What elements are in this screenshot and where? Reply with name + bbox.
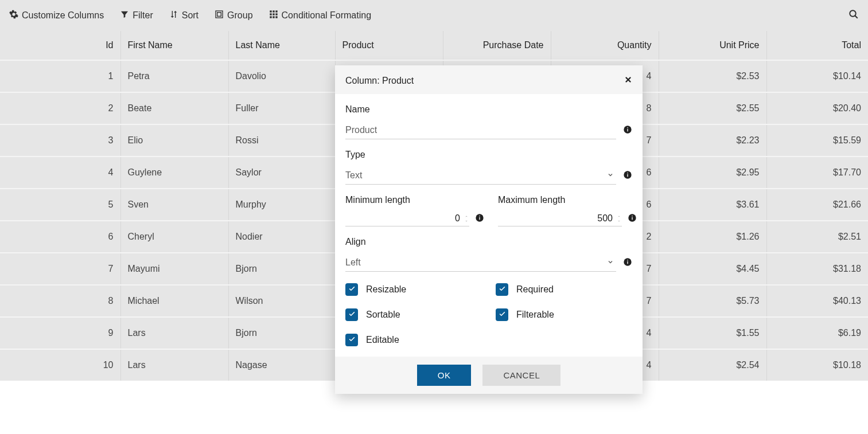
cell-first-name[interactable]: Guylene — [120, 157, 228, 189]
cell-last-name[interactable]: Rossi — [228, 124, 335, 157]
cell-id[interactable]: 8 — [0, 285, 120, 317]
sort-button[interactable]: Sort — [169, 10, 198, 21]
required-checkbox[interactable] — [496, 283, 508, 296]
info-icon[interactable] — [628, 213, 637, 225]
cell-id[interactable]: 9 — [0, 317, 120, 349]
cell-id[interactable]: 10 — [0, 349, 120, 381]
info-icon[interactable] — [623, 125, 632, 136]
sortable-checkbox[interactable] — [345, 308, 358, 321]
cell-unit-price[interactable]: $1.26 — [659, 221, 766, 253]
cell-id[interactable]: 4 — [0, 157, 120, 189]
conditional-formatting-button[interactable]: Conditional Formating — [269, 10, 372, 21]
cell-last-name[interactable]: Fuller — [228, 92, 335, 124]
cell-unit-price[interactable]: $2.53 — [659, 60, 766, 92]
filter-label: Filter — [133, 10, 153, 21]
cell-first-name[interactable]: Sven — [120, 189, 228, 221]
cell-total[interactable]: $17.70 — [766, 157, 868, 189]
cell-last-name[interactable]: Bjorn — [228, 317, 335, 349]
cell-total[interactable]: $21.66 — [766, 189, 868, 221]
customize-columns-label: Customize Columns — [22, 10, 104, 21]
cell-unit-price[interactable]: $2.23 — [659, 124, 766, 157]
cell-last-name[interactable]: Wilson — [228, 285, 335, 317]
cell-last-name[interactable]: Davolio — [228, 60, 335, 92]
cell-id[interactable]: 2 — [0, 92, 120, 124]
ok-button[interactable]: OK — [417, 365, 472, 386]
cell-id[interactable]: 7 — [0, 253, 120, 285]
sort-icon — [169, 10, 178, 21]
cell-total[interactable]: $40.13 — [766, 285, 868, 317]
header-id[interactable]: Id — [0, 31, 120, 60]
header-quantity[interactable]: Quantity — [551, 31, 659, 60]
cell-id[interactable]: 6 — [0, 221, 120, 253]
header-unit-price[interactable]: Unit Price — [659, 31, 766, 60]
cell-id[interactable]: 5 — [0, 189, 120, 221]
header-total[interactable]: Total — [766, 31, 868, 60]
resizable-checkbox[interactable] — [345, 283, 358, 296]
info-icon[interactable] — [623, 170, 632, 182]
cell-total[interactable]: $6.19 — [766, 317, 868, 349]
cell-unit-price[interactable]: $1.55 — [659, 317, 766, 349]
header-product[interactable]: Product — [335, 31, 443, 60]
svg-rect-2 — [270, 10, 271, 12]
sortable-label: Sortable — [366, 310, 400, 320]
gear-icon — [9, 10, 18, 21]
chevron-down-icon — [464, 219, 469, 222]
cell-first-name[interactable]: Lars — [120, 317, 228, 349]
max-length-input[interactable] — [498, 213, 616, 224]
cell-first-name[interactable]: Mayumi — [120, 253, 228, 285]
header-purchase-date[interactable]: Purchase Date — [443, 31, 551, 60]
cell-first-name[interactable]: Cheryl — [120, 221, 228, 253]
cell-id[interactable]: 3 — [0, 124, 120, 157]
cell-total[interactable]: $2.51 — [766, 221, 868, 253]
cell-id[interactable]: 1 — [0, 60, 120, 92]
filterable-checkbox[interactable] — [496, 308, 508, 321]
cell-total[interactable]: $10.14 — [766, 60, 868, 92]
chevron-up-icon — [464, 214, 469, 218]
info-icon[interactable] — [475, 213, 484, 225]
customize-columns-button[interactable]: Customize Columns — [9, 10, 104, 21]
cell-unit-price[interactable]: $2.55 — [659, 92, 766, 124]
cell-unit-price[interactable]: $2.54 — [659, 349, 766, 381]
svg-rect-14 — [627, 128, 628, 131]
cell-last-name[interactable]: Murphy — [228, 189, 335, 221]
header-last-name[interactable]: Last Name — [228, 31, 335, 60]
search-button[interactable] — [848, 9, 859, 22]
cell-total[interactable]: $15.59 — [766, 124, 868, 157]
cell-unit-price[interactable]: $3.61 — [659, 189, 766, 221]
cell-first-name[interactable]: Michael — [120, 285, 228, 317]
filter-button[interactable]: Filter — [120, 10, 153, 21]
max-spinner[interactable] — [616, 214, 622, 222]
cell-unit-price[interactable]: $5.73 — [659, 285, 766, 317]
cell-unit-price[interactable]: $4.45 — [659, 253, 766, 285]
info-icon[interactable] — [623, 257, 632, 269]
name-input[interactable] — [345, 122, 616, 139]
group-button[interactable]: Group — [215, 10, 252, 21]
close-button[interactable] — [624, 76, 632, 86]
cell-last-name[interactable]: Nagase — [228, 349, 335, 381]
svg-rect-18 — [627, 173, 628, 173]
cell-last-name[interactable]: Nodier — [228, 221, 335, 253]
svg-rect-7 — [275, 13, 277, 15]
svg-rect-1 — [217, 13, 221, 17]
header-first-name[interactable]: First Name — [120, 31, 228, 60]
cell-last-name[interactable]: Saylor — [228, 157, 335, 189]
cancel-button[interactable]: CANCEL — [482, 365, 560, 386]
min-length-input[interactable] — [345, 213, 464, 224]
svg-rect-8 — [270, 16, 271, 18]
cell-unit-price[interactable]: $2.95 — [659, 157, 766, 189]
cell-first-name[interactable]: Lars — [120, 349, 228, 381]
cell-total[interactable]: $20.40 — [766, 92, 868, 124]
cell-first-name[interactable]: Elio — [120, 124, 228, 157]
cell-last-name[interactable]: Bjorn — [228, 253, 335, 285]
align-select[interactable]: Left — [345, 254, 616, 272]
cell-total[interactable]: $10.18 — [766, 349, 868, 381]
min-spinner[interactable] — [464, 214, 469, 222]
cell-total[interactable]: $31.18 — [766, 253, 868, 285]
editable-checkbox[interactable] — [345, 334, 358, 346]
cell-first-name[interactable]: Petra — [120, 60, 228, 92]
filterable-checkbox-item: Filterable — [496, 308, 632, 321]
cell-first-name[interactable]: Beate — [120, 92, 228, 124]
group-icon — [215, 10, 224, 21]
popup-header: Column: Product — [335, 65, 643, 94]
type-select[interactable]: Text — [345, 167, 616, 185]
